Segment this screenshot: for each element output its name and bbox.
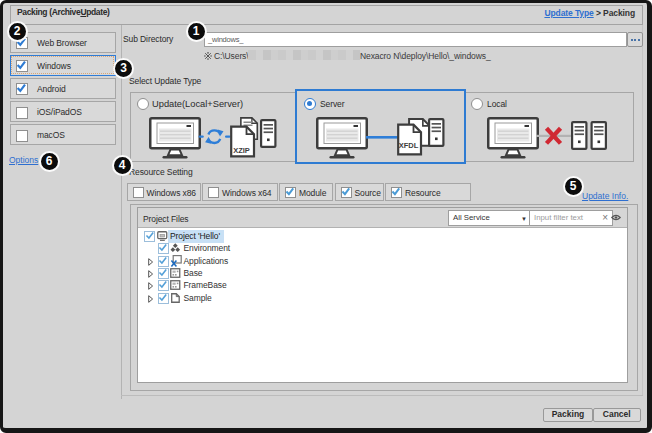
- svg-text:XZIP: XZIP: [233, 146, 250, 155]
- svg-text:XFDL: XFDL: [399, 141, 419, 150]
